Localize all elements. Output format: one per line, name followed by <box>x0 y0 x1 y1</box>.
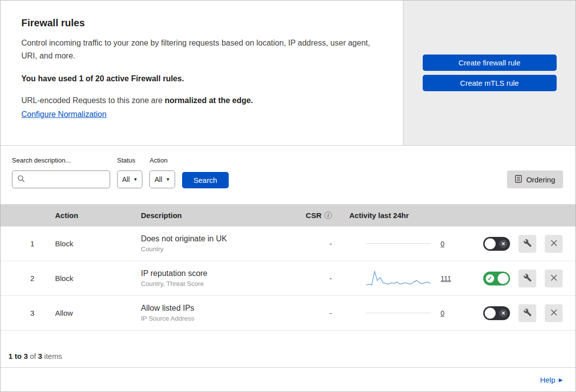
pagination-of: of <box>30 352 36 360</box>
table-row: 2 Block IP reputation score Country, Thr… <box>0 261 576 296</box>
rule-description-cell: Allow listed IPs IP Source Address <box>141 304 293 322</box>
rule-csr-value: - <box>329 239 332 248</box>
rule-action: Block <box>55 239 141 248</box>
rule-fields: IP Source Address <box>141 315 293 322</box>
activity-sparkline-empty <box>366 243 431 244</box>
ordering-button-label: Ordering <box>526 175 555 184</box>
page-description: Control incoming traffic to your zone by… <box>21 37 383 62</box>
edit-rule-button[interactable] <box>518 235 536 253</box>
close-icon <box>551 240 557 248</box>
action-dropdown[interactable]: All ▼ <box>149 170 175 188</box>
search-icon <box>17 175 25 184</box>
header-activity: Activity last 24hr <box>348 211 483 220</box>
toggle-knob <box>498 273 509 284</box>
create-firewall-rule-button[interactable]: Create firewall rule <box>423 55 557 71</box>
close-icon <box>551 309 557 317</box>
firewall-rules-page: Firewall rules Control incoming traffic … <box>0 0 576 392</box>
close-icon <box>551 275 557 282</box>
search-input[interactable] <box>29 175 105 184</box>
wrench-icon <box>523 274 532 283</box>
normalization-prefix: URL-encoded Requests to this zone are <box>21 96 165 105</box>
page-header: Firewall rules Control incoming traffic … <box>0 0 576 146</box>
normalization-text: URL-encoded Requests to this zone are no… <box>21 96 383 105</box>
arrow-right-icon: ▶ <box>559 377 563 383</box>
ordering-button[interactable]: Ordering <box>507 170 563 188</box>
rule-csr: - <box>293 309 348 317</box>
toggle-state-icon <box>499 309 508 317</box>
rule-description: Allow listed IPs <box>141 304 293 313</box>
edit-rule-button[interactable] <box>518 304 536 322</box>
rule-csr: - <box>293 274 348 282</box>
rule-controls <box>483 235 576 253</box>
wrench-icon <box>523 239 532 249</box>
toggle-state-icon <box>499 239 508 248</box>
header-csr-label: CSR <box>306 211 321 220</box>
search-label: Search description... <box>12 157 110 165</box>
pagination-summary: 1 to 3 of 3 items <box>0 331 576 367</box>
delete-rule-button[interactable] <box>545 304 563 322</box>
table-row: 3 Allow Allow listed IPs IP Source Addre… <box>0 296 576 331</box>
toggle-state-icon <box>486 274 494 282</box>
chevron-down-icon: ▼ <box>133 177 138 182</box>
rule-action: Allow <box>55 309 141 317</box>
table-header-row: Action Description CSR i Activity last 2… <box>0 204 576 226</box>
rule-csr-value: - <box>329 309 332 317</box>
rule-enabled-toggle[interactable] <box>483 237 510 251</box>
header-description: Description <box>141 211 293 220</box>
rule-activity-cell: 0 <box>348 309 483 317</box>
activity-count-link[interactable]: 0 <box>441 240 445 248</box>
row-index: 3 <box>0 309 55 317</box>
table-row: 1 Block Does not originate in UK Country… <box>0 226 576 261</box>
activity-sparkline-empty <box>366 313 431 313</box>
delete-rule-button[interactable] <box>545 235 563 253</box>
search-box <box>12 170 110 188</box>
ordering-list-icon <box>515 175 522 184</box>
rule-activity-cell: 111 <box>348 270 483 287</box>
status-filter-group: Status All ▼ <box>117 157 142 188</box>
status-dropdown[interactable]: All ▼ <box>117 170 142 188</box>
info-icon[interactable]: i <box>324 212 332 219</box>
header-action: Action <box>55 211 141 220</box>
activity-sparkline-chart <box>366 270 431 287</box>
toggle-knob <box>485 308 496 319</box>
rule-controls <box>483 270 576 287</box>
header-text-block: Firewall rules Control incoming traffic … <box>0 0 403 145</box>
pagination-range: 1 to 3 <box>8 352 28 360</box>
normalization-bold: normalized at the edge. <box>165 96 253 105</box>
rule-description: IP reputation score <box>141 269 293 278</box>
page-title: Firewall rules <box>21 17 383 29</box>
action-dropdown-value: All <box>154 175 162 183</box>
row-index: 1 <box>0 239 55 248</box>
rule-fields: Country <box>141 245 293 253</box>
configure-normalization-link[interactable]: Configure Normalization <box>21 110 107 119</box>
help-bar: Help ▶ <box>0 367 576 392</box>
rule-enabled-toggle[interactable] <box>483 306 510 320</box>
rule-description: Does not originate in UK <box>141 234 293 243</box>
rule-description-cell: Does not originate in UK Country <box>141 234 293 253</box>
help-link-label: Help <box>540 376 555 384</box>
toggle-knob <box>485 238 496 249</box>
action-label: Action <box>149 157 175 165</box>
pagination-total: 3 <box>38 352 42 360</box>
search-group: Search description... <box>12 157 110 188</box>
create-mtls-rule-button[interactable]: Create mTLS rule <box>423 75 557 91</box>
search-button[interactable]: Search <box>182 172 229 188</box>
action-filter-group: Action All ▼ <box>149 157 175 188</box>
delete-rule-button[interactable] <box>545 270 563 287</box>
row-index: 2 <box>0 274 55 282</box>
activity-count-link[interactable]: 0 <box>441 309 445 317</box>
edit-rule-button[interactable] <box>518 270 536 287</box>
rule-enabled-toggle[interactable] <box>483 272 510 285</box>
chevron-down-icon: ▼ <box>166 177 170 182</box>
rule-description-cell: IP reputation score Country, Threat Scor… <box>141 269 293 287</box>
rule-action: Block <box>55 274 141 282</box>
rule-fields: Country, Threat Score <box>141 280 293 287</box>
help-link[interactable]: Help ▶ <box>540 376 563 384</box>
activity-count-link[interactable]: 111 <box>441 275 451 282</box>
pagination-items-label: items <box>44 352 62 360</box>
rule-controls <box>483 304 576 322</box>
rule-csr: - <box>293 239 348 248</box>
rule-csr-value: - <box>329 274 332 282</box>
rule-activity-cell: 0 <box>348 240 483 248</box>
usage-summary: You have used 1 of 20 active Firewall ru… <box>21 74 383 83</box>
